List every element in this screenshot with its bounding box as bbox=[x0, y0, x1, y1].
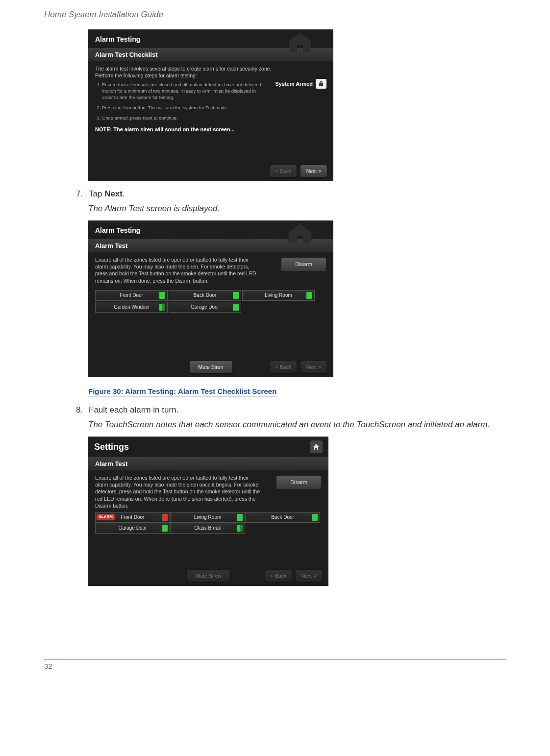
step-8-text: Fault each alarm in turn. bbox=[89, 405, 506, 415]
step-7-text: Tap Next. bbox=[89, 189, 506, 199]
house-watermark-icon bbox=[286, 221, 314, 249]
zone-front-door[interactable]: ALARM Front Door bbox=[95, 512, 170, 523]
intro-text: The alarm test involves several steps to… bbox=[95, 65, 286, 79]
intro-text: Ensure all of the zones listed are opene… bbox=[95, 256, 257, 284]
step-number: 7. bbox=[76, 189, 89, 199]
zone-living-room[interactable]: Living Room bbox=[170, 512, 245, 523]
step-number: 8. bbox=[76, 405, 89, 415]
mute-siren-button[interactable]: Mute Siren bbox=[189, 361, 233, 373]
zone-back-door[interactable]: Back Door bbox=[245, 512, 320, 523]
checklist-item-3: Once armed, press Next to continue. bbox=[102, 115, 264, 122]
mute-siren-button[interactable]: Mute Siren bbox=[187, 569, 230, 582]
zone-garage-door[interactable]: Garage Door bbox=[95, 523, 170, 534]
door-icon bbox=[233, 304, 239, 311]
screenshot-settings-alarm-test: Settings Alarm Test Disarm Ensure all of… bbox=[88, 437, 328, 586]
window-icon bbox=[159, 304, 165, 311]
step-7-result: The Alarm Test screen is displayed. bbox=[88, 204, 506, 214]
back-button[interactable]: < Back bbox=[265, 569, 292, 582]
zone-garage-door[interactable]: Garage Door bbox=[169, 302, 241, 313]
intro-text: Ensure all of the zones listed are opene… bbox=[95, 474, 262, 509]
next-button[interactable]: Next > bbox=[300, 165, 327, 177]
screenshot-alarm-test: Alarm Testing Alarm Test Disarm Ensure a… bbox=[88, 220, 333, 377]
zone-front-door[interactable]: Front Door bbox=[95, 290, 168, 301]
back-button[interactable]: < Back bbox=[270, 165, 297, 177]
motion-icon bbox=[237, 514, 243, 521]
window-icon bbox=[237, 525, 243, 532]
note-text: NOTE: The alarm siren will sound on the … bbox=[95, 126, 326, 133]
page-header: Home System Installation Guide bbox=[44, 10, 506, 20]
system-armed-label: System Armed bbox=[275, 80, 313, 88]
motion-icon bbox=[306, 292, 312, 299]
door-alarm-icon bbox=[162, 514, 168, 521]
door-icon bbox=[162, 525, 168, 532]
checklist-item-1: Ensure that all sensors are closed and a… bbox=[102, 82, 264, 100]
door-icon bbox=[233, 292, 239, 299]
screen-subtitle: Alarm Test bbox=[88, 457, 328, 470]
svg-rect-0 bbox=[319, 83, 323, 86]
screenshot-alarm-checklist: Alarm Testing Alarm Test Checklist The a… bbox=[88, 29, 333, 181]
checklist-item-2: Press the Arm button. This will arm the … bbox=[102, 105, 264, 111]
zone-living-room[interactable]: Living Room bbox=[242, 290, 315, 301]
zone-garden-window[interactable]: Garden Window bbox=[95, 302, 168, 313]
next-button[interactable]: Next > bbox=[300, 361, 327, 373]
door-icon bbox=[159, 292, 165, 299]
home-icon[interactable] bbox=[310, 440, 323, 453]
zone-back-door[interactable]: Back Door bbox=[169, 290, 241, 301]
disarm-button[interactable]: Disarm bbox=[276, 475, 322, 489]
screen-title: Settings bbox=[94, 442, 129, 452]
house-watermark-icon bbox=[286, 30, 314, 58]
alarm-badge: ALARM bbox=[97, 514, 115, 520]
zone-glass-break[interactable]: Glass Break bbox=[170, 523, 245, 534]
disarm-button[interactable]: Disarm bbox=[281, 257, 326, 271]
page-number: 32 bbox=[44, 662, 52, 670]
back-button[interactable]: < Back bbox=[270, 361, 297, 373]
door-icon bbox=[312, 514, 318, 521]
step-8-result: The TouchScreen notes that each sensor c… bbox=[88, 420, 506, 430]
next-button[interactable]: Next > bbox=[295, 569, 323, 582]
figure-caption: Figure 30: Alarm Testing: Alarm Test Che… bbox=[88, 387, 276, 396]
lock-icon bbox=[316, 79, 326, 89]
